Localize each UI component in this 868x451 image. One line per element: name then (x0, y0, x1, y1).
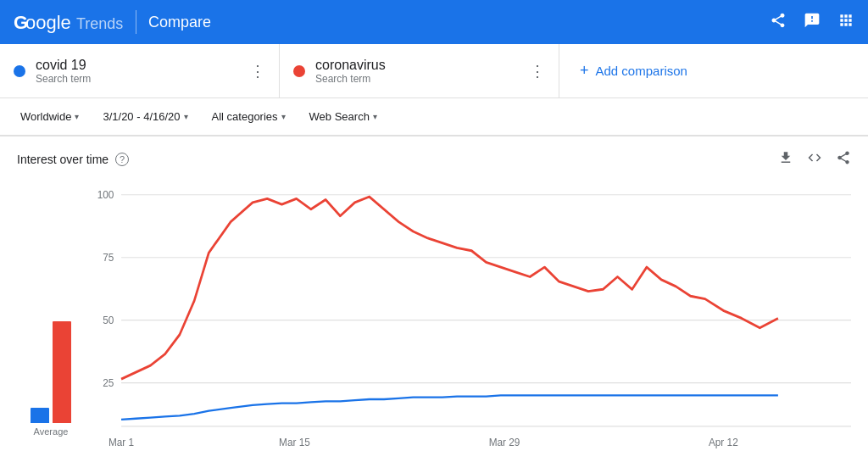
chart-container: Average 100 75 50 25 Mar 1 (17, 175, 851, 451)
coronavirus-menu-icon[interactable]: ⋮ (530, 62, 545, 81)
header: G oogle Trends Compare (0, 0, 868, 44)
coronavirus-avg-bar (53, 321, 71, 423)
category-arrow-icon: ▾ (281, 112, 286, 121)
coronavirus-name: coronavirus (315, 58, 386, 73)
svg-text:100: 100 (97, 189, 114, 201)
avg-label: Average (34, 426, 69, 437)
svg-text:Mar 1: Mar 1 (108, 436, 134, 448)
covid-menu-icon[interactable]: ⋮ (250, 62, 265, 81)
svg-text:Mar 15: Mar 15 (279, 436, 310, 448)
share-icon[interactable] (770, 12, 787, 33)
plus-icon: + (580, 62, 589, 80)
chart-header: Interest over time ? (17, 150, 851, 169)
avg-bar-area: Average (17, 175, 85, 451)
feedback-icon[interactable] (804, 12, 821, 33)
svg-text:75: 75 (103, 252, 114, 264)
date-filter[interactable]: 3/1/20 - 4/16/20 ▾ (96, 107, 194, 126)
share-chart-icon[interactable] (836, 150, 851, 169)
filters-bar: Worldwide ▾ 3/1/20 - 4/16/20 ▾ All categ… (0, 98, 868, 136)
coronavirus-text-block: coronavirus Search term (315, 58, 386, 85)
svg-text:25: 25 (103, 377, 114, 389)
region-label: Worldwide (20, 110, 71, 123)
svg-text:50: 50 (103, 315, 114, 326)
svg-text:Trends: Trends (76, 15, 123, 32)
header-icons (770, 12, 854, 33)
category-label: All categories (212, 110, 278, 123)
svg-text:Apr 12: Apr 12 (709, 436, 738, 448)
chart-section: Interest over time ? Average (0, 136, 868, 451)
chart-actions (778, 150, 851, 169)
header-divider (136, 10, 136, 34)
coronavirus-line (121, 197, 778, 379)
search-type-arrow-icon: ▾ (373, 112, 377, 121)
covid-type: Search term (36, 73, 91, 85)
header-compare-label: Compare (148, 14, 211, 31)
coronavirus-type: Search term (315, 73, 386, 85)
svg-text:oogle: oogle (25, 12, 71, 33)
date-arrow-icon: ▾ (184, 112, 188, 121)
region-arrow-icon: ▾ (75, 112, 79, 121)
add-comparison-button[interactable]: + Add comparison (559, 44, 708, 97)
coronavirus-dot (293, 65, 305, 77)
download-icon[interactable] (778, 150, 793, 169)
logo-svg: G oogle Trends (14, 10, 124, 34)
covid-line (121, 395, 778, 419)
google-trends-logo: G oogle Trends (14, 10, 124, 34)
header-left: G oogle Trends Compare (14, 10, 211, 34)
covid-dot (14, 65, 25, 77)
help-icon[interactable]: ? (115, 153, 129, 166)
covid-text-block: covid 19 Search term (36, 58, 91, 85)
svg-text:Mar 29: Mar 29 (489, 436, 520, 448)
search-type-label: Web Search (309, 110, 370, 123)
main-chart: 100 75 50 25 Mar 1 Mar 15 Mar 29 Apr 12 (85, 175, 851, 451)
category-filter[interactable]: All categories ▾ (205, 107, 292, 126)
line-chart-svg: 100 75 50 25 Mar 1 Mar 15 Mar 29 Apr 12 (85, 175, 851, 451)
search-term-covid[interactable]: covid 19 Search term ⋮ (0, 44, 280, 97)
avg-bars (31, 253, 71, 423)
covid-name: covid 19 (36, 58, 91, 73)
search-term-coronavirus[interactable]: coronavirus Search term ⋮ (280, 44, 559, 97)
date-label: 3/1/20 - 4/16/20 (103, 110, 180, 123)
add-comparison-label: Add comparison (596, 64, 687, 78)
covid-avg-bar (31, 408, 49, 423)
search-terms-bar: covid 19 Search term ⋮ coronavirus Searc… (0, 44, 868, 98)
apps-icon[interactable] (837, 12, 854, 33)
search-type-filter[interactable]: Web Search ▾ (303, 107, 384, 126)
embed-icon[interactable] (807, 150, 822, 169)
chart-title: Interest over time (17, 153, 108, 166)
region-filter[interactable]: Worldwide ▾ (14, 107, 86, 126)
chart-title-row: Interest over time ? (17, 153, 129, 166)
